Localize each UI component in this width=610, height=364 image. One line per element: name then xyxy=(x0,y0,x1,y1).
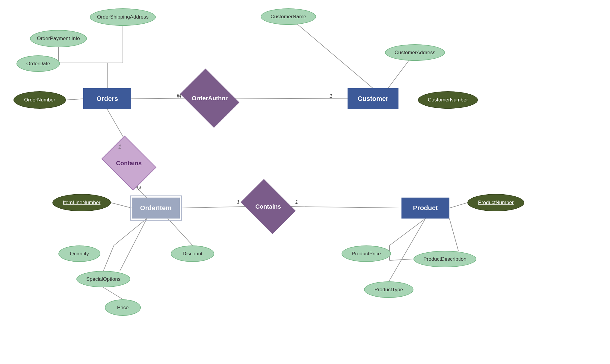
ellipse-quantity: Quantity xyxy=(58,245,100,262)
ellipse-itemlinenumber: ItemLineNumber xyxy=(52,194,111,211)
cardinality-m-orders: M xyxy=(177,93,181,99)
ellipse-discount: Discount xyxy=(171,245,214,262)
svg-line-22 xyxy=(449,203,467,208)
cardinality-1-contains1: 1 xyxy=(118,144,121,150)
ellipse-productnumber: ProductNumber xyxy=(467,194,524,211)
ellipse-ordernumber: OrderNumber xyxy=(13,91,66,109)
svg-line-20 xyxy=(180,207,246,208)
svg-line-6 xyxy=(66,99,83,100)
cardinality-1-customer: 1 xyxy=(330,93,333,99)
entity-customer: Customer xyxy=(348,88,398,109)
ellipse-price: Price xyxy=(105,299,141,316)
svg-line-18 xyxy=(103,287,123,299)
svg-line-9 xyxy=(288,16,373,88)
diamond-contains1: Contains xyxy=(106,147,151,180)
cardinality-m-contains1: M xyxy=(136,186,141,192)
svg-line-15 xyxy=(114,219,147,245)
er-diagram: Orders Customer OrderItem Product OrderA… xyxy=(0,0,610,364)
cardinality-1-contains2a: 1 xyxy=(237,199,240,205)
ellipse-orderpaymentinfo: OrderPayment Info xyxy=(30,30,87,47)
svg-line-27 xyxy=(389,219,425,281)
ellipse-orderdate: OrderDate xyxy=(16,55,60,72)
diamond-contains2: Contains xyxy=(246,190,291,223)
svg-line-23 xyxy=(389,219,425,245)
entity-orders: Orders xyxy=(83,88,131,109)
ellipse-ordershippingaddress: OrderShippingAddress xyxy=(90,8,156,26)
svg-line-24 xyxy=(449,219,458,251)
svg-line-17 xyxy=(103,245,114,271)
ellipse-customeraddress: CustomerAddress xyxy=(385,44,445,61)
ellipse-productdescription: ProductDescription xyxy=(413,251,476,267)
cardinality-1-contains2b: 1 xyxy=(295,199,298,205)
svg-line-19 xyxy=(168,219,193,245)
ellipse-specialoptions: SpecialOptions xyxy=(76,271,130,287)
connections-svg xyxy=(0,0,610,364)
svg-line-16 xyxy=(120,219,147,271)
ellipse-productprice: ProductPrice xyxy=(342,245,391,262)
svg-line-21 xyxy=(291,207,401,208)
ellipse-customername: CustomerName xyxy=(261,8,316,25)
entity-orderitem: OrderItem xyxy=(132,198,180,219)
svg-line-26 xyxy=(389,259,413,260)
svg-line-14 xyxy=(111,203,132,208)
entity-product: Product xyxy=(401,198,449,219)
diamond-orderauthor: OrderAuthor xyxy=(186,80,234,116)
ellipse-customernumber: CustomerNumber xyxy=(418,91,478,109)
ellipse-producttype: ProductType xyxy=(364,281,413,298)
